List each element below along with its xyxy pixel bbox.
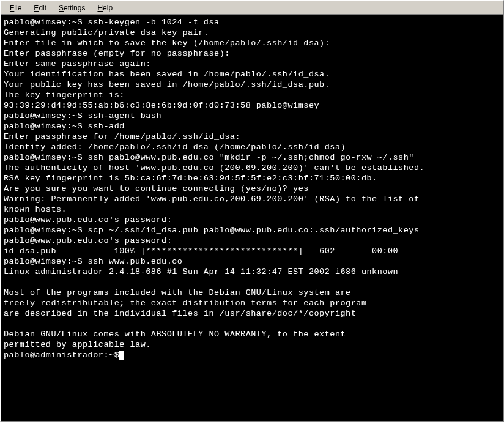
terminal-line: Your identification has been saved in /h…	[4, 69, 500, 80]
terminal-line: Debian GNU/Linux comes with ABSOLUTELY N…	[4, 329, 500, 339]
terminal-line: Enter same passphrase again:	[4, 59, 500, 69]
terminal-line: Most of the programs included with the D…	[4, 287, 500, 298]
terminal-line: freely redistributable; the exact distri…	[4, 298, 500, 308]
terminal-line: id_dsa.pub 100% |***********************…	[4, 246, 500, 256]
terminal-line: Enter file in which to save the key (/ho…	[4, 38, 500, 48]
terminal-line: pablo@wimsey:~$ ssh www.pub.edu.co	[4, 256, 500, 267]
terminal-line: The key fingerprint is:	[4, 90, 500, 100]
menu-edit[interactable]: Edit	[28, 2, 53, 13]
terminal-line	[4, 277, 500, 287]
terminal-line: Linux administrador 2.4.18-686 #1 Sun Ap…	[4, 267, 500, 277]
terminal-line: Generating public/private dsa key pair.	[4, 28, 500, 38]
terminal-line	[4, 319, 500, 329]
terminal-line: pablo@www.pub.edu.co's password:	[4, 215, 500, 225]
terminal-line: 93:39:29:d4:9d:55:ab:b6:c3:8e:6b:9d:0f:d…	[4, 100, 500, 111]
terminal-line: known hosts.	[4, 204, 500, 215]
terminal-line: pablo@wimsey:~$ ssh-agent bash	[4, 111, 500, 121]
terminal-line: pablo@wimsey:~$ ssh pablo@www.pub.edu.co…	[4, 152, 500, 163]
terminal-line: pablo@www.pub.edu.co's password:	[4, 235, 500, 246]
terminal-line: pablo@wimsey:~$ ssh-keygen -b 1024 -t ds…	[4, 17, 500, 28]
terminal-line: permitted by applicable law.	[4, 339, 500, 350]
terminal-line: Identity added: /home/pablo/.ssh/id_dsa …	[4, 142, 500, 152]
menu-file[interactable]: File	[4, 2, 28, 13]
terminal-line: are described in the individual files in…	[4, 308, 500, 319]
terminal-line: Warning: Permanently added 'www.pub.edu.…	[4, 194, 500, 204]
menu-help[interactable]: Help	[91, 2, 119, 13]
terminal-window: File Edit Settings Help pablo@wimsey:~$ …	[0, 0, 504, 422]
terminal-line: The authenticity of host 'www.pub.edu.co…	[4, 163, 500, 173]
terminal-line: RSA key fingerprint is 5b:ca:6f:7d:be:63…	[4, 173, 500, 183]
terminal-line: Enter passphrase for /home/pablo/.ssh/id…	[4, 131, 500, 142]
terminal-line: Your public key has been saved in /home/…	[4, 80, 500, 90]
cursor	[119, 351, 124, 360]
menubar: File Edit Settings Help	[1, 1, 503, 15]
menu-settings[interactable]: Settings	[53, 2, 91, 13]
terminal-line: pablo@wimsey:~$ ssh-add	[4, 121, 500, 131]
terminal-line: pablo@administrador:~$	[4, 350, 500, 360]
terminal-line: Enter passphrase (empty for no passphras…	[4, 48, 500, 59]
terminal-output[interactable]: pablo@wimsey:~$ ssh-keygen -b 1024 -t ds…	[1, 15, 503, 421]
terminal-line: Are you sure you want to continue connec…	[4, 183, 500, 194]
terminal-line: pablo@wimsey:~$ scp ~/.ssh/id_dsa.pub pa…	[4, 225, 500, 235]
